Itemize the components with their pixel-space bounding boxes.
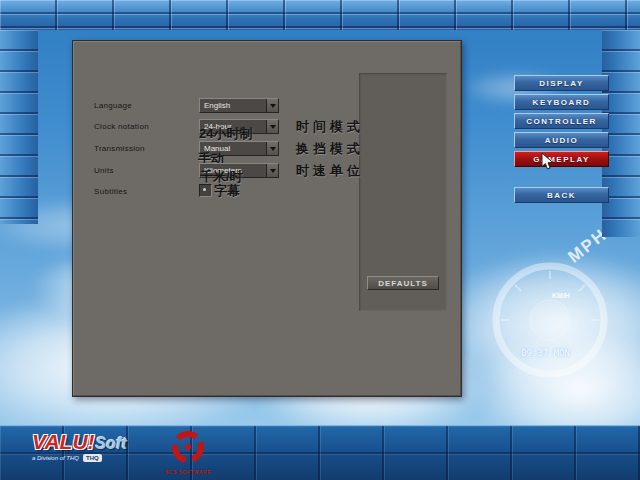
subtitles-overlay-cn: 字幕 [214,182,240,200]
scs-pinwheel-icon [171,430,205,464]
menu-button-audio[interactable]: AUDIO [514,132,609,148]
transmission-caption-cn: 换挡模式 [296,140,364,158]
bottom-bar: VALU!Soft a Division of THQTHQ SCS SOFTW… [0,425,640,480]
dropdown-arrow-icon[interactable] [266,120,278,133]
valusoft-logo-valu: VALU [32,430,88,453]
menu-button-gameplay[interactable]: GAMEPLAY [514,151,609,167]
subtitles-checkbox[interactable] [199,184,212,197]
language-label: Language [94,101,132,110]
panel-side-column: DEFAULTS [359,73,447,311]
clock-notation-label: Clock notation [94,122,149,131]
mouse-cursor-icon [541,152,554,175]
top-tile-border [0,0,640,30]
dropdown-arrow-icon[interactable] [266,142,278,155]
scs-software-label: SCS SOFTWARE [160,469,216,475]
game-screen: MPH KM/H 09:37 MON DEFAULTS Language Eng… [0,0,640,480]
transmission-label: Transmission [94,144,145,153]
valusoft-logo-excl: ! [88,430,95,453]
menu-button-display[interactable]: DISPLAY [514,75,609,91]
dropdown-arrow-icon[interactable] [266,164,278,177]
valusoft-logo: VALU!Soft a Division of THQTHQ [32,431,162,477]
valusoft-tagline: a Division of THQ [32,455,79,461]
dropdown-arrow-icon[interactable] [266,99,278,112]
gauge-clock-readout: 09:37 MON [521,348,570,358]
subtitles-label: Subtitles [94,187,127,196]
left-tile-border [0,30,38,224]
language-dropdown[interactable]: English [199,98,279,113]
menu-button-keyboard[interactable]: KEYBOARD [514,94,609,110]
defaults-button[interactable]: DEFAULTS [367,276,439,290]
clock-notation-caption-cn: 时间模式 [296,118,364,136]
units-caption-cn: 时速单位 [296,162,364,180]
menu-button-controller[interactable]: CONTROLLER [514,113,609,129]
checkbox-dot-icon [203,188,206,191]
units-label: Units [94,166,114,175]
back-button[interactable]: BACK [514,187,609,203]
scs-software-logo: SCS SOFTWARE [160,430,216,478]
gauge-kmh-label: KM/H [552,292,570,299]
language-value: English [200,101,266,110]
gameplay-settings-panel: DEFAULTS Language English Clock notation… [72,40,462,397]
valusoft-logo-soft: Soft [96,435,127,452]
thq-logo: THQ [83,454,102,462]
